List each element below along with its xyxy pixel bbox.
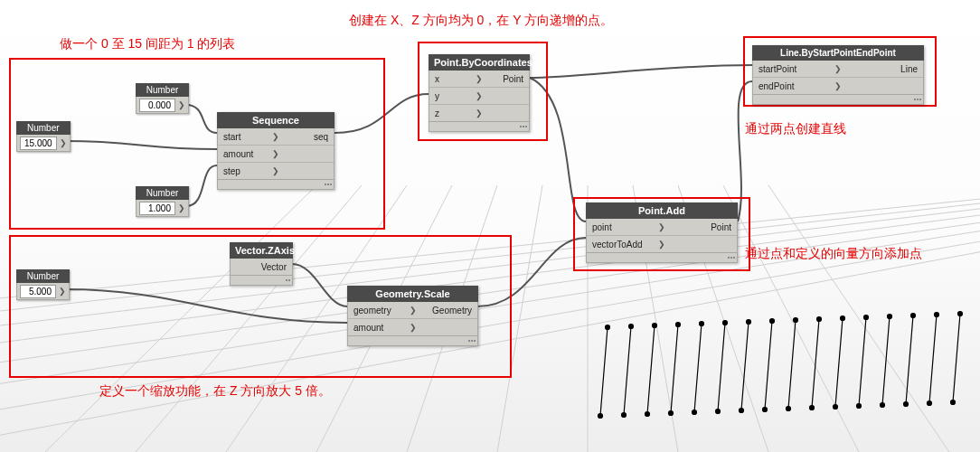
chevron-right-icon: ❯ (657, 222, 666, 231)
port-geometry-out[interactable]: Geometry (418, 306, 478, 315)
port-vectortoadd[interactable]: vectorToAdd (587, 240, 657, 250)
node-number-15[interactable]: Number 15.000❯ (16, 121, 71, 152)
port-vector[interactable]: Vector (231, 262, 292, 272)
annotation-line: 通过两点创建直线 (745, 121, 846, 137)
port-point-in[interactable]: point (587, 222, 657, 232)
node-title: Number (16, 269, 70, 283)
port-step[interactable]: step (218, 166, 271, 176)
node-line-bystartpointendpoint[interactable]: Line.ByStartPointEndPoint startPoint❯Lin… (752, 45, 924, 105)
port-start[interactable]: start (218, 132, 271, 142)
port-point[interactable]: Point (484, 74, 529, 84)
chevron-right-icon[interactable]: ❯ (178, 100, 188, 109)
chevron-right-icon: ❯ (834, 64, 843, 73)
port-endpoint[interactable]: endPoint (753, 81, 834, 91)
node-number-0[interactable]: Number 0.000❯ (136, 83, 189, 114)
port-geometry-in[interactable]: geometry (348, 306, 409, 315)
chevron-right-icon: ❯ (475, 74, 484, 83)
chevron-right-icon: ❯ (409, 306, 418, 315)
annotation-add: 通过点和定义的向量方向添加点 (745, 246, 922, 262)
node-sequence[interactable]: Sequence start❯seq amount❯ step❯ (217, 112, 335, 190)
port-startpoint[interactable]: startPoint (753, 64, 834, 74)
node-title: Sequence (217, 112, 335, 128)
node-title: Line.ByStartPointEndPoint (752, 45, 924, 61)
node-title: Number (136, 186, 189, 200)
chevron-right-icon: ❯ (475, 108, 484, 118)
chevron-right-icon: ❯ (834, 81, 843, 90)
annotation-points: 创建在 X、Z 方向均为 0，在 Y 方向递增的点。 (349, 13, 613, 29)
chevron-right-icon[interactable]: ❯ (59, 287, 69, 296)
node-geometry-scale[interactable]: Geometry.Scale geometry❯Geometry amount❯ (347, 286, 478, 346)
chevron-right-icon: ❯ (271, 132, 280, 141)
node-title: Vector.ZAxis (230, 242, 293, 259)
node-title: Point.ByCoordinates (429, 54, 530, 71)
node-title: Point.Add (586, 202, 738, 219)
port-x[interactable]: x (429, 74, 475, 84)
chevron-right-icon: ❯ (409, 323, 418, 332)
number-value[interactable]: 1.000 (139, 202, 175, 215)
number-value[interactable]: 5.000 (20, 285, 56, 298)
number-value[interactable]: 0.000 (139, 99, 175, 112)
node-number-1[interactable]: Number 1.000❯ (136, 186, 189, 217)
node-number-5[interactable]: Number 5.000❯ (16, 269, 70, 300)
node-title: Number (16, 121, 71, 135)
port-y[interactable]: y (429, 91, 475, 101)
chevron-right-icon[interactable]: ❯ (178, 203, 188, 212)
port-line[interactable]: Line (843, 64, 923, 74)
node-point-add[interactable]: Point.Add point❯Point vectorToAdd❯ (586, 202, 738, 263)
number-value[interactable]: 15.000 (20, 137, 57, 150)
annotation-scale: 定义一个缩放功能，在 Z 方向放大 5 倍。 (99, 383, 331, 400)
chevron-right-icon: ❯ (271, 166, 280, 175)
node-point-bycoordinates[interactable]: Point.ByCoordinates x❯Point y❯ z❯ (429, 54, 530, 132)
node-title: Number (136, 83, 189, 97)
chevron-right-icon[interactable]: ❯ (60, 138, 70, 147)
port-z[interactable]: z (429, 108, 475, 118)
node-vector-zaxis[interactable]: Vector.ZAxis Vector (230, 242, 293, 286)
port-amount[interactable]: amount (348, 323, 409, 333)
node-title: Geometry.Scale (347, 286, 478, 302)
port-point-out[interactable]: Point (666, 222, 737, 232)
chevron-right-icon: ❯ (657, 240, 666, 249)
chevron-right-icon: ❯ (271, 149, 280, 158)
chevron-right-icon: ❯ (475, 91, 484, 100)
port-seq[interactable]: seq (280, 132, 334, 142)
annotation-list: 做一个 0 至 15 间距为 1 的列表 (60, 36, 235, 52)
port-amount[interactable]: amount (218, 149, 271, 159)
